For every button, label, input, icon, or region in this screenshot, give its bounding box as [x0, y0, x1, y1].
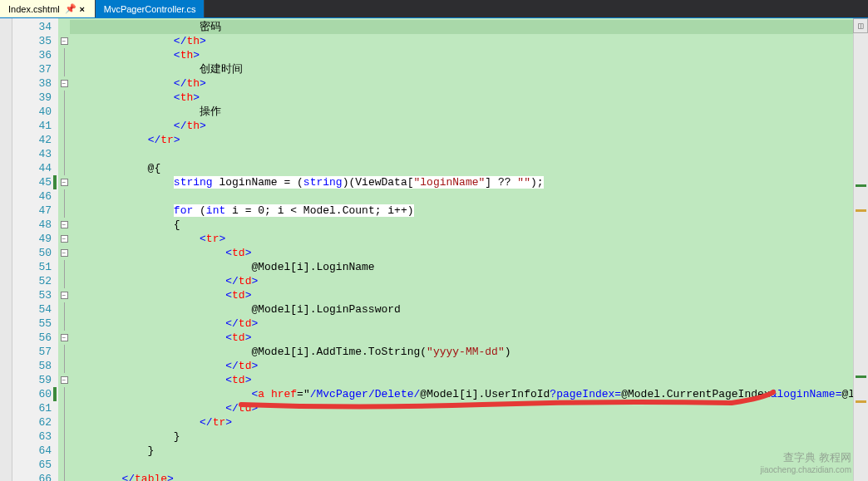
code-line[interactable]: @Model[i].AddTime.ToString("yyyy-MM-dd")	[70, 345, 853, 359]
line-number[interactable]: 59	[12, 373, 57, 387]
editor: 3435363738394041424344454647484950515253…	[0, 18, 868, 481]
outline-gutter[interactable]: −−−−−−−−−	[58, 18, 70, 481]
line-number[interactable]: 34	[12, 20, 57, 34]
tab-bar: Index.cshtml 📌 × MvcPagerController.cs	[0, 0, 868, 18]
fold-toggle-icon[interactable]: −	[61, 221, 68, 228]
fold-toggle-icon[interactable]: −	[61, 376, 68, 384]
code-line[interactable]: </table>	[70, 472, 853, 481]
code-line[interactable]: }	[70, 444, 853, 458]
code-line[interactable]: <a href="/MvcPager/Delete/@Model[i].User…	[70, 387, 853, 401]
overview-change-mark	[856, 400, 866, 403]
split-window-icon[interactable]: ◫	[853, 18, 868, 33]
code-line[interactable]: </tr>	[70, 133, 853, 147]
line-number[interactable]: 54	[12, 302, 57, 317]
line-number[interactable]: 63	[12, 429, 57, 444]
code-line[interactable]: <th>	[70, 48, 853, 62]
fold-toggle-icon[interactable]: −	[61, 292, 68, 299]
line-number[interactable]: 52	[12, 274, 57, 288]
line-number[interactable]: 51	[12, 260, 57, 274]
code-line[interactable]: <tr>	[70, 232, 853, 246]
line-number[interactable]: 46	[12, 189, 57, 204]
line-number[interactable]: 37	[12, 62, 57, 76]
overview-change-mark	[856, 375, 866, 378]
line-number[interactable]: 53	[12, 288, 57, 302]
line-number-gutter[interactable]: 3435363738394041424344454647484950515253…	[12, 18, 58, 481]
line-number[interactable]: 36	[12, 48, 57, 62]
code-line[interactable]	[70, 458, 853, 472]
line-number[interactable]: 38	[12, 76, 57, 91]
line-number[interactable]: 41	[12, 119, 57, 133]
line-number[interactable]: 44	[12, 161, 57, 175]
line-number[interactable]: 65	[12, 458, 57, 472]
code-line[interactable]: </td>	[70, 359, 853, 373]
code-line[interactable]: <td>	[70, 331, 853, 345]
line-number[interactable]: 62	[12, 415, 57, 429]
fold-toggle-icon[interactable]: −	[61, 235, 68, 243]
line-number[interactable]: 48	[12, 218, 57, 232]
code-line[interactable]: @{	[70, 161, 853, 175]
line-number[interactable]: 47	[12, 204, 57, 218]
line-number[interactable]: 60	[12, 387, 57, 401]
code-line[interactable]: </tr>	[70, 415, 853, 429]
watermark: 查字典 教程网 jiaocheng.chazidian.com	[760, 450, 851, 474]
line-number[interactable]: 55	[12, 317, 57, 331]
code-line[interactable]: <td>	[70, 246, 853, 260]
line-number[interactable]: 64	[12, 444, 57, 458]
code-line[interactable]: @Model[i].LoginName	[70, 260, 853, 274]
breakpoint-margin[interactable]	[0, 18, 12, 481]
close-icon[interactable]: ×	[78, 4, 86, 14]
line-number[interactable]: 42	[12, 133, 57, 147]
code-area[interactable]: 密码 </th> <th> 创建时间 </th> <th> 操作 </th> <…	[70, 18, 853, 481]
fold-toggle-icon[interactable]: −	[61, 249, 68, 257]
line-number[interactable]: 35	[12, 34, 57, 48]
code-line[interactable]: </th>	[70, 119, 853, 133]
watermark-main: 查字典 教程网	[760, 450, 851, 465]
line-number[interactable]: 39	[12, 91, 57, 105]
code-line[interactable]: <th>	[70, 91, 853, 105]
line-number[interactable]: 57	[12, 345, 57, 359]
code-line[interactable]: for (int i = 0; i < Model.Count; i++)	[70, 204, 853, 218]
line-number[interactable]: 43	[12, 147, 57, 161]
code-line[interactable]: </th>	[70, 76, 853, 91]
fold-toggle-icon[interactable]: −	[61, 37, 68, 45]
fold-toggle-icon[interactable]: −	[61, 334, 68, 341]
fold-toggle-icon[interactable]: −	[61, 80, 68, 87]
watermark-sub: jiaocheng.chazidian.com	[760, 465, 851, 474]
overview-change-mark	[856, 209, 866, 212]
code-line[interactable]: </td>	[70, 317, 853, 331]
tab-mvcpager-controller[interactable]: MvcPagerController.cs	[96, 0, 205, 17]
code-line[interactable]: </th>	[70, 34, 853, 48]
code-line[interactable]: {	[70, 218, 853, 232]
tab-label: Index.cshtml	[8, 4, 60, 14]
code-line[interactable]: @Model[i].LoginPassword	[70, 302, 853, 317]
code-line[interactable]: }	[70, 429, 853, 444]
code-line[interactable]	[70, 147, 853, 161]
code-line[interactable]: <td>	[70, 373, 853, 387]
tab-label: MvcPagerController.cs	[104, 4, 196, 14]
overview-ruler[interactable]: ◫	[853, 18, 868, 481]
line-number[interactable]: 58	[12, 359, 57, 373]
overview-change-mark	[856, 184, 866, 187]
pin-icon[interactable]: 📌	[65, 3, 73, 14]
line-number[interactable]: 61	[12, 401, 57, 415]
line-number[interactable]: 49	[12, 232, 57, 246]
line-number[interactable]: 40	[12, 105, 57, 119]
code-line[interactable]: string loginName = (string)(ViewData["lo…	[70, 175, 853, 189]
code-line[interactable]: 密码	[70, 20, 853, 34]
code-line[interactable]: 创建时间	[70, 62, 853, 76]
code-line[interactable]: <td>	[70, 288, 853, 302]
line-number[interactable]: 50	[12, 246, 57, 260]
line-number[interactable]: 45	[12, 175, 57, 189]
tab-index-cshtml[interactable]: Index.cshtml 📌 ×	[0, 0, 96, 17]
code-line[interactable]	[70, 189, 853, 204]
code-line[interactable]: </td>	[70, 274, 853, 288]
code-line[interactable]: </td>	[70, 401, 853, 415]
code-line[interactable]: 操作	[70, 105, 853, 119]
fold-toggle-icon[interactable]: −	[61, 179, 68, 186]
line-number[interactable]: 66	[12, 472, 57, 481]
line-number[interactable]: 56	[12, 331, 57, 345]
